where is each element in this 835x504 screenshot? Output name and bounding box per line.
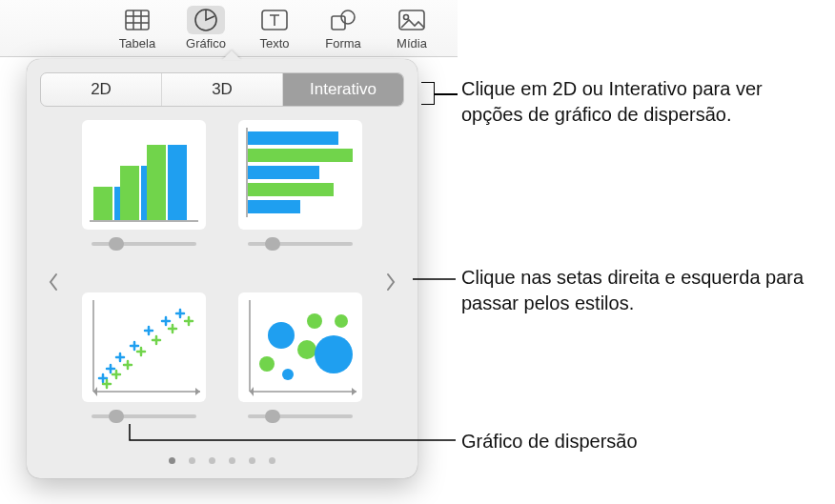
callout-scatter-label: Gráfico de dispersão <box>461 429 804 454</box>
slider-thumb <box>265 237 280 251</box>
callout-arrows-hint: Clique nas setas direita e esquerda para… <box>461 265 804 316</box>
chart-grid <box>40 120 404 444</box>
prev-style-arrow[interactable] <box>44 268 63 296</box>
bubble-chart-icon <box>238 292 362 402</box>
page-dot[interactable] <box>169 457 175 464</box>
page-dot[interactable] <box>189 457 195 464</box>
slider-thumb <box>109 410 124 423</box>
tab-label: 2D <box>91 80 112 99</box>
svg-point-34 <box>307 313 322 329</box>
toolbar-item-forma[interactable]: Forma <box>309 0 377 57</box>
chart-slider[interactable] <box>92 239 196 249</box>
chart-option-column[interactable] <box>76 120 212 272</box>
svg-marker-27 <box>195 388 200 395</box>
chart-option-bubble[interactable] <box>233 292 368 444</box>
toolbar-item-midia[interactable]: Mídia <box>377 0 446 57</box>
toolbar-item-tabela[interactable]: Tabela <box>103 0 172 57</box>
media-icon <box>393 6 431 34</box>
shape-icon <box>324 6 362 34</box>
chart-popover: 2D 3D Interativo <box>27 59 418 478</box>
callout-tabs-hint: Clique em 2D ou Interativo para ver opçõ… <box>461 76 804 128</box>
page-dot[interactable] <box>209 457 215 464</box>
tab-2d[interactable]: 2D <box>41 73 162 106</box>
svg-point-36 <box>335 314 348 328</box>
slider-thumb <box>109 237 124 251</box>
svg-point-35 <box>315 335 353 373</box>
tab-label: 3D <box>212 80 233 99</box>
chart-slider[interactable] <box>248 412 353 421</box>
page-dot[interactable] <box>229 457 235 464</box>
toolbar-label: Tabela <box>119 36 155 50</box>
svg-rect-15 <box>147 145 166 220</box>
svg-rect-21 <box>248 183 334 196</box>
svg-rect-16 <box>168 145 187 220</box>
toolbar-item-grafico[interactable]: Gráfico <box>172 0 240 57</box>
svg-point-32 <box>282 369 294 380</box>
chart-type-segmented: 2D 3D Interativo <box>40 72 404 107</box>
svg-rect-18 <box>248 131 338 145</box>
svg-rect-0 <box>126 10 149 30</box>
svg-rect-19 <box>248 149 353 162</box>
bar-chart-icon <box>238 120 362 230</box>
slider-track <box>92 414 196 418</box>
chart-option-scatter[interactable] <box>76 292 212 444</box>
slider-track <box>92 242 196 246</box>
chart-option-bar[interactable] <box>233 120 368 272</box>
svg-rect-20 <box>248 166 319 179</box>
svg-rect-13 <box>120 166 139 220</box>
toolbar-label: Mídia <box>397 36 427 50</box>
page-dot[interactable] <box>249 457 255 464</box>
svg-point-8 <box>341 10 355 24</box>
page-indicator <box>40 457 404 464</box>
svg-rect-11 <box>93 187 112 220</box>
column-chart-icon <box>82 120 206 230</box>
slider-thumb <box>265 410 280 423</box>
toolbar-label: Texto <box>259 36 289 50</box>
toolbar: Tabela Gráfico Texto Forma <box>0 0 458 57</box>
toolbar-item-texto[interactable]: Texto <box>240 0 309 57</box>
svg-marker-38 <box>352 388 356 395</box>
tab-interativo[interactable]: Interativo <box>283 73 403 106</box>
chevron-right-icon <box>385 272 397 292</box>
slider-track <box>248 242 353 246</box>
chart-icon <box>187 6 225 34</box>
bracket-icon <box>421 82 435 105</box>
slider-track <box>248 414 353 418</box>
tab-3d[interactable]: 3D <box>162 73 283 106</box>
text-icon <box>255 6 294 34</box>
chart-slider[interactable] <box>248 239 353 249</box>
svg-point-30 <box>259 356 275 372</box>
page-dot[interactable] <box>269 457 275 464</box>
table-icon <box>118 6 156 34</box>
svg-point-31 <box>268 322 295 349</box>
tab-label: Interativo <box>310 80 377 99</box>
toolbar-label: Gráfico <box>186 36 226 50</box>
chevron-left-icon <box>48 272 59 292</box>
toolbar-label: Forma <box>325 36 361 50</box>
svg-rect-22 <box>248 200 300 213</box>
chart-slider[interactable] <box>92 412 196 421</box>
scatter-chart-icon <box>82 292 206 402</box>
svg-rect-7 <box>332 16 345 30</box>
svg-point-33 <box>297 340 316 359</box>
svg-point-10 <box>404 15 409 20</box>
next-style-arrow[interactable] <box>381 268 400 296</box>
